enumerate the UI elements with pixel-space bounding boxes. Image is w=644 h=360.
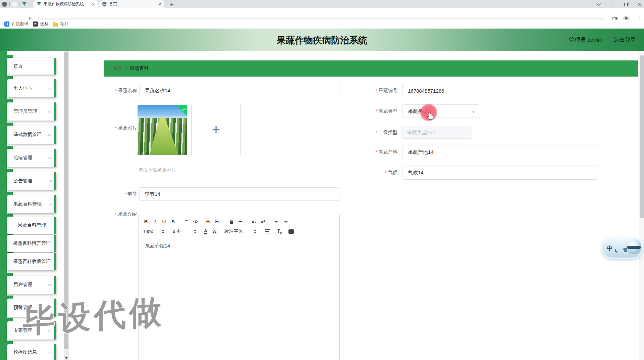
code-input[interactable] [402,84,598,97]
sidebar-item-accent [54,276,56,294]
photo-upload-dropzone[interactable]: + [191,105,241,155]
chevron-down-icon [48,132,52,136]
folder-icon [53,23,58,27]
required-asterisk: * [376,149,377,155]
page-scrollbar[interactable] [639,51,644,360]
blank-favicon[interactable] [12,2,17,7]
header-1-button[interactable]: H₁ [206,219,212,224]
bookmark-item[interactable]: 项目 [53,21,69,27]
tab-separator [9,2,10,6]
updown-arrows-icon [162,229,164,233]
editor-toolbar-row1: BIUS❞</>H₁H₂≣☰x₂x²⇤⇥ [143,218,335,226]
origin-input[interactable] [402,145,598,159]
blockquote-button[interactable]: ❞ [183,219,190,224]
sidebar-item[interactable]: 个人中心 [7,79,56,97]
scroll-down-arrow-icon[interactable] [65,357,68,359]
scrollbar-thumb[interactable] [640,55,644,218]
ordered-list-button[interactable]: ≣ [228,219,234,224]
tab-separator [19,2,19,6]
indent-button[interactable]: ⇥ [282,219,288,224]
insert-image-button[interactable] [288,229,294,234]
bookmark-item[interactable]: ⚑ 图标 [33,21,49,27]
clear-format-button[interactable]: Tx [277,228,282,235]
subscript-button[interactable]: x₂ [251,219,257,224]
sidebar-item-label: 果蔬百科留言管理 [13,240,51,246]
sidebar-item[interactable]: 首页 [7,58,56,75]
code-block-button[interactable]: </> [193,219,199,224]
sidebar-notch [0,318,13,327]
text-color-button[interactable]: A [204,228,207,234]
strike-button[interactable]: S [170,219,176,224]
clear-sub-glyph: x [280,231,282,234]
ime-toolbar[interactable]: 中 [601,237,643,259]
sidebar-item-label: 基础数据管理 [13,132,42,138]
sidebar-subitem[interactable]: 果蔬百科收藏管理 [7,253,56,270]
font-family-select[interactable]: 标准字体 [224,228,258,234]
breadcrumb-current: 果蔬百科 [130,65,149,72]
globe-icon[interactable] [2,2,7,7]
editor-content[interactable]: 果蔬介绍14 [139,238,339,254]
sidebar-subitem[interactable]: 果蔬百科管理 [7,217,56,234]
sidebar-item-label: 管理员管理 [13,108,37,115]
header-user-area: 管理员 admin 退出登录 [569,29,636,51]
italic-button[interactable]: I [152,219,158,225]
bookmark-item[interactable]: 译 百度翻译 [4,21,29,27]
sidebar-subitem[interactable]: 果蔬百科留言管理 [7,235,56,252]
sidebar-item[interactable]: 基础数据管理 [7,126,56,144]
background-color-button[interactable]: A [212,229,217,234]
restore-icon[interactable] [624,3,628,6]
browser-tab-active[interactable]: 果蔬作物疾病防治系统 [34,0,98,8]
required-asterisk: * [376,108,377,114]
browser-tab[interactable]: 首页 [99,0,164,8]
check-icon [182,106,186,112]
sidebar-item-label: 果蔬百科收藏管理 [13,259,51,265]
sidebar-notch [0,296,13,304]
sidebar-item-accent [54,235,56,252]
season-input[interactable] [139,187,339,201]
close-icon[interactable] [92,3,95,6]
sidebar-item[interactable]: 论坛管理 [7,149,56,167]
rich-text-editor: BIUS❞</>H₁H₂≣☰x₂x²⇤⇥ 14px 文本 A A 标准字体 Tx… [139,215,340,360]
vue-icon[interactable] [22,1,27,7]
climate-input[interactable] [402,166,598,180]
chevron-down-icon [472,108,476,113]
align-button[interactable] [265,229,270,233]
close-icon[interactable] [638,1,641,7]
flag-icon: ⚑ [33,21,38,27]
label-text: 二级类型 [379,130,397,136]
superscript-button[interactable]: x² [260,219,266,224]
minimize-icon[interactable] [610,4,614,4]
sidebar-item[interactable]: 轮播图信息 [7,344,56,360]
sidebar-item[interactable]: 公告管理 [7,172,56,190]
underline-button[interactable]: U [161,219,167,224]
bullet-list-button[interactable]: ☰ [237,219,244,224]
sidebar-notch [0,123,13,131]
sidebar-item[interactable]: 管理员管理 [7,102,56,121]
label-text: 果蔬类型 [379,108,397,114]
app-header: 果蔬作物疾病防治系统 管理员 admin 退出登录 [0,29,644,51]
chevron-down-icon[interactable] [596,1,601,6]
subtype-select[interactable]: 果蔬类型222 [401,126,472,139]
bold-button[interactable]: B [143,219,149,224]
sidebar-notch [0,341,13,350]
sidebar-item-label: 轮播图信息 [13,349,37,355]
header-2-button[interactable]: H₂ [215,219,221,224]
breadcrumb-home[interactable]: 首页 [113,65,122,72]
type-select[interactable]: 果蔬类型2 [402,104,480,118]
name-input[interactable] [139,84,339,97]
sidebar-item[interactable]: 果蔬百科管理 [7,195,56,213]
uploaded-photo-thumbnail[interactable] [138,105,187,155]
label-text: 果蔬产地 [379,149,397,155]
font-size-select[interactable]: 14px [143,229,166,234]
subtype-select-value: 果蔬类型222 [407,129,435,136]
font-size-value: 14px [143,229,153,234]
close-icon[interactable] [158,3,161,6]
outdent-button[interactable]: ⇤ [273,219,279,224]
clear-glyph: T [277,228,280,234]
paragraph-select[interactable]: 文本 [172,228,198,234]
new-tab-button[interactable] [169,1,174,7]
chevron-down-icon [48,86,52,90]
logout-link[interactable]: 退出登录 [614,36,636,44]
sidebar-notch [0,146,13,154]
sidebar-item[interactable]: 用户管理 [7,276,56,294]
